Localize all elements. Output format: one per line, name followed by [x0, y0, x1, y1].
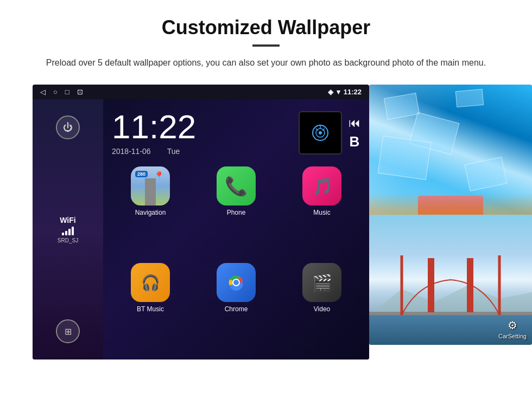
nav-pin-icon: 📍: [154, 171, 164, 181]
navigation-icon: 280 📍: [131, 166, 170, 206]
chrome-svg: [224, 271, 248, 294]
status-right: ◈ ▾ 11:22: [328, 88, 362, 96]
power-button[interactable]: ⏻: [56, 115, 80, 139]
bridge-cables-svg: [369, 255, 532, 315]
carsetting-text: CarSetting: [498, 333, 527, 339]
app-chrome[interactable]: Chrome: [198, 263, 275, 351]
chrome-icon: [217, 263, 256, 302]
wallpaper-strip: ⚙ CarSetting: [369, 85, 532, 345]
clock-right: ⏮ B: [299, 111, 360, 155]
status-bar: ◁ ○ □ ⊡ ◈ ▾ 11:22: [33, 85, 369, 99]
wifi-bar-2: [65, 231, 67, 235]
prev-button[interactable]: ⏮: [349, 116, 360, 130]
main-content: ◁ ○ □ ⊡ ◈ ▾ 11:22 ⏻: [33, 85, 499, 359]
carsetting-icon: ⚙: [498, 319, 527, 332]
svg-point-2: [319, 131, 322, 134]
media-controls: ⏮ B: [349, 116, 360, 150]
android-screen: ◁ ○ □ ⊡ ◈ ▾ 11:22 ⏻: [33, 85, 369, 359]
center-area: 11:22 2018-11-06 Tue: [103, 99, 369, 359]
btmusic-icon: 🎧: [131, 263, 170, 302]
home-icon[interactable]: ○: [53, 88, 58, 96]
clock-date-value: 2018-11-06: [112, 147, 151, 156]
carsetting-label[interactable]: ⚙ CarSetting: [498, 319, 527, 339]
music-symbol: 🎵: [312, 177, 332, 196]
screen-body: ⏻ WiFi SRD_SJ ⊞: [33, 99, 369, 359]
sidebar: ⏻ WiFi SRD_SJ ⊞: [33, 99, 103, 359]
music-label: Music: [313, 209, 330, 216]
page-subtitle: Preload over 5 default wallpaper options…: [33, 56, 499, 69]
wifi-label: WiFi: [58, 216, 78, 224]
grid-icon: ⊞: [65, 326, 72, 337]
clock-time: 11:22: [112, 110, 196, 144]
bluetooth-symbol: 🎧: [141, 274, 160, 292]
phone-icon: 📞: [217, 166, 256, 206]
clock-day-value: Tue: [167, 147, 180, 156]
page-container: Customized Wallpaper Preload over 5 defa…: [0, 0, 532, 370]
status-time: 11:22: [344, 88, 362, 96]
wifi-info: WiFi SRD_SJ: [58, 216, 78, 243]
nav-road: [145, 178, 156, 206]
wifi-bars: [58, 227, 78, 235]
wifi-bar-4: [72, 227, 74, 235]
app-navigation[interactable]: 280 📍 Navigation: [112, 166, 189, 254]
power-icon: ⏻: [63, 122, 73, 133]
phone-symbol: 📞: [225, 175, 248, 197]
app-music[interactable]: 🎵 Music: [283, 166, 360, 254]
page-title: Customized Wallpaper: [33, 16, 499, 39]
signal-icon: ▾: [337, 88, 340, 96]
wallpaper-bottom[interactable]: ⚙ CarSetting: [369, 215, 532, 345]
clock-section: 11:22 2018-11-06 Tue: [112, 110, 360, 156]
sunset-overlay: [369, 193, 532, 215]
location-icon: ◈: [328, 88, 333, 96]
radio-svg: [311, 123, 330, 143]
video-icon: 🎬: [302, 263, 341, 302]
ice-block-1: [384, 93, 420, 120]
wifi-ssid: SRD_SJ: [58, 237, 78, 243]
back-icon[interactable]: ◁: [40, 88, 46, 96]
ice-block-3: [455, 89, 484, 107]
video-label: Video: [314, 305, 330, 313]
app-grid: 280 📍 Navigation 📞 Phone: [112, 166, 360, 351]
app-phone[interactable]: 📞 Phone: [198, 166, 275, 254]
btmusic-label: BT Music: [137, 305, 164, 313]
next-letter: B: [350, 133, 360, 150]
video-symbol: 🎬: [312, 273, 332, 292]
wifi-bar-3: [68, 229, 71, 235]
square-icon[interactable]: □: [65, 88, 69, 96]
svg-point-7: [233, 280, 239, 285]
app-btmusic[interactable]: 🎧 BT Music: [112, 263, 189, 351]
phone-label: Phone: [227, 209, 246, 216]
title-divider: [252, 44, 280, 47]
ice-block-5: [465, 157, 508, 191]
grid-button[interactable]: ⊞: [56, 319, 80, 343]
music-icon: 🎵: [302, 166, 341, 206]
navigation-label: Navigation: [135, 209, 166, 216]
ice-block-4: [378, 136, 432, 180]
status-left: ◁ ○ □ ⊡: [40, 88, 83, 96]
chrome-label: Chrome: [225, 305, 248, 313]
screenshot-icon[interactable]: ⊡: [77, 88, 83, 96]
nav-badge: 280: [135, 171, 148, 177]
radio-icon[interactable]: [299, 111, 342, 155]
wallpaper-top[interactable]: [369, 85, 532, 215]
clock-left: 11:22 2018-11-06 Tue: [112, 110, 196, 156]
clock-date: 2018-11-06 Tue: [112, 147, 196, 156]
app-video[interactable]: 🎬 Video: [283, 263, 360, 351]
wifi-bar-1: [62, 233, 64, 235]
